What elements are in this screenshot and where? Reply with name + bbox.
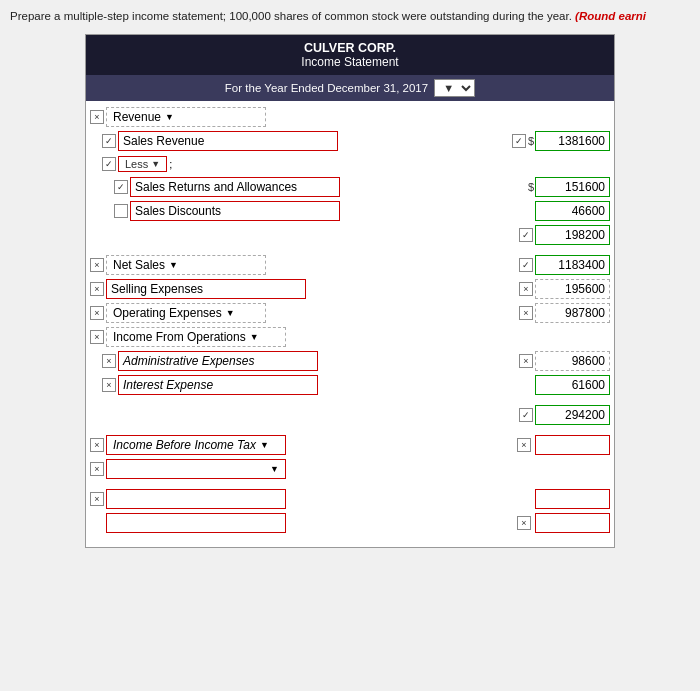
empty-row2-val-checkbox[interactable] xyxy=(517,516,531,530)
sales-discounts-value-field[interactable]: 46600 xyxy=(535,201,610,221)
admin-expenses-label: Administrative Expenses xyxy=(123,354,254,368)
sales-revenue-checkbox[interactable] xyxy=(102,134,116,148)
less-label: Less xyxy=(125,158,148,170)
less-row: Less ▼ ; xyxy=(86,153,614,175)
sales-revenue-value-field[interactable]: 1381600 xyxy=(535,131,610,151)
selling-expenses-field[interactable]: Selling Expenses xyxy=(106,279,306,299)
interest-expense-value-field[interactable]: 61600 xyxy=(535,375,610,395)
interest-expense-row: Interest Expense 61600 xyxy=(86,373,614,397)
selling-expenses-value-group: 195600 xyxy=(519,279,610,299)
total-other-checkbox[interactable] xyxy=(519,408,533,422)
income-from-ops-checkbox-left[interactable] xyxy=(90,330,104,344)
interest-expense-value: 61600 xyxy=(572,378,605,392)
less-arrow: ▼ xyxy=(151,159,160,169)
sales-revenue-label: Sales Revenue xyxy=(123,134,204,148)
empty-dropdown-row: ▼ xyxy=(86,457,614,481)
revenue-label: Revenue xyxy=(113,110,161,124)
less-checkbox[interactable] xyxy=(102,157,116,171)
period-dropdown[interactable]: ▼ xyxy=(434,79,475,97)
selling-expenses-value-field[interactable]: 195600 xyxy=(535,279,610,299)
net-sales-val-checkbox[interactable] xyxy=(519,258,533,272)
empty-row2-label-field[interactable] xyxy=(106,513,286,533)
less-colon: ; xyxy=(169,158,172,170)
sales-returns-field[interactable]: Sales Returns and Allowances xyxy=(130,177,340,197)
instruction-main: Prepare a multiple-step income statement… xyxy=(10,10,572,22)
empty-row-2 xyxy=(86,511,614,535)
revenue-dropdown[interactable]: Revenue ▼ xyxy=(106,107,266,127)
revenue-checkbox[interactable] xyxy=(90,110,104,124)
less-tag[interactable]: Less ▼ xyxy=(118,156,167,172)
empty-dropdown[interactable]: ▼ xyxy=(106,459,286,479)
interest-expense-label: Interest Expense xyxy=(123,378,213,392)
page-container: Prepare a multiple-step income statement… xyxy=(0,0,700,691)
income-from-ops-row: Income From Operations ▼ xyxy=(86,325,614,349)
operating-expenses-val-checkbox[interactable] xyxy=(519,306,533,320)
operating-expenses-label: Operating Expenses xyxy=(113,306,222,320)
operating-expenses-checkbox-left[interactable] xyxy=(90,306,104,320)
sales-revenue-row: Sales Revenue $ 1381600 xyxy=(86,129,614,153)
sales-revenue-val-checkbox[interactable] xyxy=(512,134,526,148)
income-from-ops-arrow: ▼ xyxy=(250,332,259,342)
operating-expenses-arrow: ▼ xyxy=(226,308,235,318)
income-before-tax-row: Income Before Income Tax ▼ xyxy=(86,433,614,457)
empty-dropdown-arrow: ▼ xyxy=(270,464,279,474)
sales-returns-value-field[interactable]: 151600 xyxy=(535,177,610,197)
corp-name: CULVER CORP. xyxy=(90,41,610,55)
empty-dropdown-checkbox-left[interactable] xyxy=(90,462,104,476)
admin-expenses-field[interactable]: Administrative Expenses xyxy=(118,351,318,371)
instruction-highlight: (Round earni xyxy=(575,10,646,22)
income-before-tax-dropdown[interactable]: Income Before Income Tax ▼ xyxy=(106,435,286,455)
selling-expenses-checkbox-left[interactable] xyxy=(90,282,104,296)
total-other-group: 294200 xyxy=(519,405,610,425)
income-before-tax-checkbox-left[interactable] xyxy=(90,438,104,452)
total-other-value: 294200 xyxy=(565,408,605,422)
net-sales-label: Net Sales xyxy=(113,258,165,272)
operating-expenses-value-field[interactable]: 987800 xyxy=(535,303,610,323)
total-other-field[interactable]: 294200 xyxy=(535,405,610,425)
empty-row2-value-group xyxy=(517,513,610,533)
interest-expense-checkbox-left[interactable] xyxy=(102,378,116,392)
sales-discounts-field[interactable]: Sales Discounts xyxy=(130,201,340,221)
net-sales-value-field[interactable]: 1183400 xyxy=(535,255,610,275)
empty-row1-checkbox-left[interactable] xyxy=(90,492,104,506)
sales-returns-row: Sales Returns and Allowances $ 151600 xyxy=(86,175,614,199)
income-before-tax-value-group xyxy=(517,435,610,455)
sales-revenue-value-group: $ 1381600 xyxy=(512,131,610,151)
income-from-ops-dropdown[interactable]: Income From Operations ▼ xyxy=(106,327,286,347)
operating-expenses-dropdown[interactable]: Operating Expenses ▼ xyxy=(106,303,266,323)
sales-returns-checkbox[interactable] xyxy=(114,180,128,194)
net-sales-dropdown[interactable]: Net Sales ▼ xyxy=(106,255,266,275)
income-before-tax-field[interactable] xyxy=(535,435,610,455)
income-before-tax-label: Income Before Income Tax xyxy=(113,438,256,452)
admin-expenses-value-field[interactable]: 98600 xyxy=(535,351,610,371)
sales-revenue-value: 1381600 xyxy=(558,134,605,148)
is-body: Revenue ▼ Sales Revenue $ 1381600 xyxy=(86,101,614,547)
empty-row2-value-field[interactable] xyxy=(535,513,610,533)
net-sales-value: 1183400 xyxy=(558,258,605,272)
admin-expenses-checkbox-left[interactable] xyxy=(102,354,116,368)
subtotal-row: 198200 xyxy=(86,223,614,247)
sales-returns-label: Sales Returns and Allowances xyxy=(135,180,297,194)
interest-expense-value-group: 61600 xyxy=(535,375,610,395)
income-before-tax-val-checkbox[interactable] xyxy=(517,438,531,452)
interest-expense-field[interactable]: Interest Expense xyxy=(118,375,318,395)
empty-row1-label-field[interactable] xyxy=(106,489,286,509)
empty-row-1 xyxy=(86,487,614,511)
admin-expenses-val-checkbox[interactable] xyxy=(519,354,533,368)
selling-expenses-val-checkbox[interactable] xyxy=(519,282,533,296)
sales-revenue-field[interactable]: Sales Revenue xyxy=(118,131,338,151)
stmt-title: Income Statement xyxy=(90,55,610,69)
total-other-row: 294200 xyxy=(86,403,614,427)
empty-row1-value-field[interactable] xyxy=(535,489,610,509)
instruction-text: Prepare a multiple-step income statement… xyxy=(10,8,690,24)
revenue-row: Revenue ▼ xyxy=(86,105,614,129)
sales-discounts-checkbox[interactable] xyxy=(114,204,128,218)
subtotal-checkbox[interactable] xyxy=(519,228,533,242)
selling-expenses-row: Selling Expenses 195600 xyxy=(86,277,614,301)
subtotal-group: 198200 xyxy=(519,225,610,245)
income-statement-box: CULVER CORP. Income Statement For the Ye… xyxy=(85,34,615,548)
net-sales-row: Net Sales ▼ 1183400 xyxy=(86,253,614,277)
income-before-tax-arrow: ▼ xyxy=(260,440,269,450)
subtotal-field[interactable]: 198200 xyxy=(535,225,610,245)
net-sales-checkbox-left[interactable] xyxy=(90,258,104,272)
